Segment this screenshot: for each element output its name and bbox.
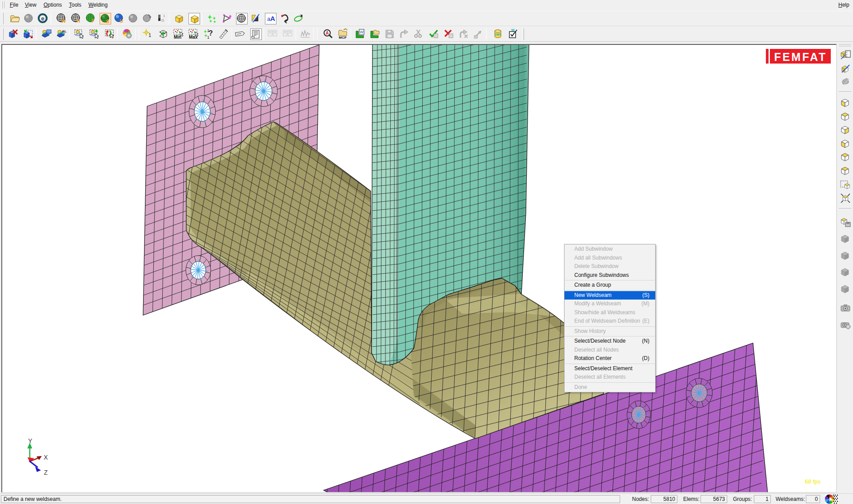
svg-text:z:: z: [846,56,849,58]
svg-text:ALL: ALL [62,29,67,33]
svg-text:1: 1 [207,35,209,39]
svg-text:H: H [76,18,80,24]
svg-text:Z: Z [44,469,48,476]
svg-text:A: A [270,15,275,22]
svg-text:S: S [106,19,109,24]
svg-text:Y: Y [28,437,32,444]
svg-text:W: W [61,18,66,24]
svg-text:Max: Max [189,35,198,39]
svg-text:W: W [511,28,515,32]
svg-text:U: U [120,18,123,24]
svg-text:DBS: DBS [495,33,501,36]
svg-text:1: 1 [163,14,165,18]
svg-text:68 fps: 68 fps [805,478,821,485]
svg-text:F: F [92,18,95,24]
svg-text:MCF: MCF [339,36,346,39]
svg-text:W: W [360,30,364,34]
svg-text:X: X [44,454,48,461]
svg-text:FEMFAT: FEMFAT [774,51,827,63]
svg-text:e: e [41,15,44,22]
svg-text:A: A [325,31,328,36]
svg-text:1: 1 [148,32,151,38]
